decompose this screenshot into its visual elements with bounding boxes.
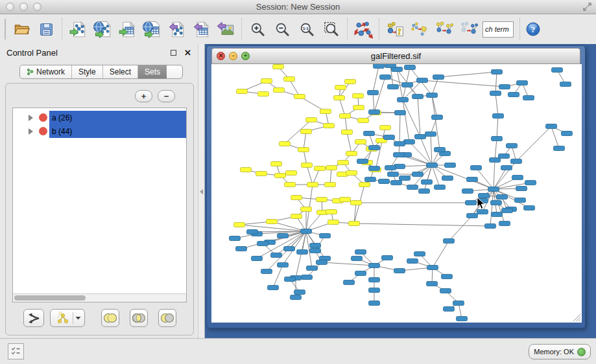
graph-node[interactable] (404, 140, 415, 144)
graph-node[interactable] (523, 96, 534, 100)
graph-node[interactable] (307, 183, 318, 187)
expand-caret-icon[interactable] (29, 115, 33, 121)
graph-node[interactable] (326, 166, 337, 170)
set-list-item[interactable]: a (26) (13, 111, 186, 124)
graph-node[interactable] (525, 181, 536, 185)
set-intersection-button[interactable] (130, 309, 148, 327)
graph-node[interactable] (359, 183, 370, 187)
import-table-url-button[interactable] (139, 16, 164, 42)
expand-caret-icon[interactable] (29, 128, 33, 135)
graph-node[interactable] (524, 206, 535, 210)
graph-node[interactable] (241, 168, 252, 172)
graph-node[interactable] (274, 88, 285, 93)
graph-node[interactable] (388, 172, 399, 177)
graph-node[interactable] (291, 214, 302, 219)
graph-node[interactable] (326, 210, 337, 214)
graph-node[interactable] (236, 247, 247, 251)
graph-node[interactable] (560, 82, 571, 87)
graph-node[interactable] (273, 65, 284, 69)
graph-node[interactable] (405, 65, 416, 70)
graph-node[interactable] (291, 196, 302, 200)
graph-node[interactable] (351, 201, 362, 205)
graph-node[interactable] (297, 250, 308, 255)
graph-node[interactable] (315, 166, 326, 171)
graph-node[interactable] (435, 148, 446, 152)
zoom-actual-size-button[interactable]: 1:1 (294, 16, 319, 42)
graph-node[interactable] (291, 295, 302, 300)
remove-set-button[interactable]: − (158, 90, 175, 102)
task-history-button[interactable] (8, 343, 24, 359)
graph-node[interactable] (369, 146, 380, 150)
graph-node[interactable] (380, 75, 391, 80)
graph-node[interactable] (310, 244, 321, 248)
graph-node[interactable] (344, 280, 355, 285)
graph-node[interactable] (415, 135, 426, 139)
graph-node[interactable] (394, 153, 405, 157)
graph-node[interactable] (497, 195, 508, 199)
graph-node[interactable] (340, 198, 351, 202)
graph-node[interactable] (398, 98, 409, 102)
scrollbar-thumb[interactable] (14, 295, 86, 301)
graph-node[interactable] (310, 249, 321, 253)
graph-node[interactable] (462, 189, 473, 194)
set-item-label[interactable]: a (26) (49, 111, 186, 124)
graph-node[interactable] (442, 176, 453, 181)
tab-select[interactable]: Select (103, 65, 138, 78)
graph-node[interactable] (328, 220, 339, 225)
graph-node[interactable] (275, 174, 286, 178)
graph-node[interactable] (258, 92, 269, 97)
collapse-panel-grip-icon[interactable] (200, 189, 203, 194)
graph-node[interactable] (298, 148, 309, 152)
graph-node[interactable] (435, 185, 446, 190)
graph-node[interactable] (369, 110, 380, 115)
horizontal-scrollbar[interactable] (13, 293, 186, 302)
graph-node[interactable] (307, 266, 318, 271)
layout-network-button[interactable] (351, 16, 375, 42)
graph-node[interactable] (425, 132, 436, 137)
graph-node[interactable] (562, 131, 573, 136)
dropdown-caret-icon[interactable] (75, 315, 82, 321)
graph-node[interactable] (493, 114, 504, 119)
open-session-button[interactable] (9, 16, 34, 42)
tab-network[interactable]: Network (20, 65, 72, 78)
graph-node[interactable] (391, 181, 402, 185)
graph-node[interactable] (552, 68, 563, 73)
graph-node[interactable] (466, 201, 477, 205)
graph-node[interactable] (412, 172, 423, 177)
graph-node[interactable] (517, 81, 528, 85)
graph-node[interactable] (427, 282, 438, 286)
graph-node[interactable] (457, 317, 468, 321)
graph-node[interactable] (384, 135, 395, 140)
graph-node[interactable] (247, 230, 258, 234)
graph-node[interactable] (515, 198, 526, 203)
memory-status-button[interactable]: Memory: OK (529, 344, 591, 359)
zoom-in-button[interactable] (245, 16, 270, 42)
graph-node[interactable] (365, 177, 376, 182)
graph-node[interactable] (278, 263, 289, 267)
graph-node[interactable] (271, 162, 282, 166)
graph-node[interactable] (444, 307, 455, 312)
graph-node[interactable] (394, 269, 405, 273)
graph-node[interactable] (256, 172, 267, 176)
graph-node[interactable] (507, 144, 518, 148)
import-table-file-button[interactable] (115, 16, 139, 42)
graph-node[interactable] (499, 85, 510, 89)
graph-node[interactable] (306, 118, 317, 122)
graph-node[interactable] (380, 126, 391, 130)
graph-node[interactable] (369, 278, 380, 282)
graph-node[interactable] (554, 146, 565, 151)
new-network-selected-nodes-button[interactable] (432, 16, 457, 42)
graph-node[interactable] (234, 223, 245, 227)
graph-node[interactable] (369, 288, 380, 293)
graph-node[interactable] (488, 187, 499, 192)
graph-node[interactable] (364, 131, 375, 136)
graph-node[interactable] (508, 93, 519, 97)
export-image-button[interactable] (213, 16, 238, 42)
new-network-from-selection-all-edges-button[interactable] (383, 16, 407, 42)
graph-node[interactable] (316, 198, 328, 202)
search-input[interactable] (483, 21, 514, 38)
graph-node[interactable] (417, 78, 428, 83)
graph-node[interactable] (471, 166, 482, 170)
graph-node[interactable] (294, 290, 305, 295)
resize-grip-icon[interactable] (573, 313, 581, 322)
